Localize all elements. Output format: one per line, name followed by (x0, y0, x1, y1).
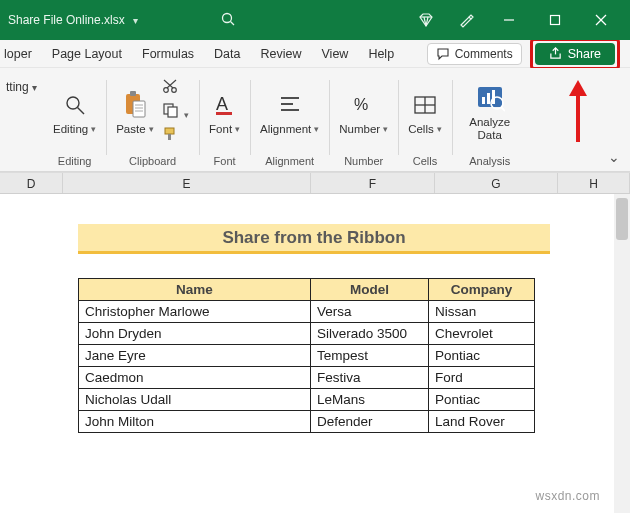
th-model: Model (311, 279, 429, 301)
cell-company[interactable]: Ford (429, 367, 535, 389)
diamond-premium-icon[interactable] (406, 0, 446, 40)
th-name: Name (79, 279, 311, 301)
svg-point-0 (223, 13, 232, 22)
cell-company[interactable]: Chevrolet (429, 323, 535, 345)
title-dropdown-icon[interactable]: ▾ (133, 15, 138, 26)
col-header-f[interactable]: F (311, 173, 435, 193)
cell-model[interactable]: Defender (311, 411, 429, 433)
tab-page-layout[interactable]: Page Layout (50, 43, 124, 65)
copy-icon[interactable]: ▾ (162, 102, 189, 122)
table-row[interactable]: Nicholas UdallLeMansPontiac (79, 389, 535, 411)
alignment-button[interactable]: Alignment ▾ (260, 90, 319, 135)
svg-rect-13 (130, 91, 136, 96)
svg-point-10 (67, 97, 79, 109)
table-row[interactable]: CaedmonFestivaFord (79, 367, 535, 389)
search-icon[interactable] (220, 11, 236, 30)
cell-name[interactable]: John Dryden (79, 323, 311, 345)
coming-soon-icon[interactable] (446, 0, 486, 40)
table-row[interactable]: Christopher MarloweVersaNissan (79, 301, 535, 323)
column-headers: D E F G H (0, 172, 630, 194)
tab-developer[interactable]: loper (2, 43, 34, 65)
table-row[interactable]: Jane EyreTempestPontiac (79, 345, 535, 367)
minimize-button[interactable] (486, 0, 532, 40)
svg-rect-23 (168, 107, 177, 117)
close-button[interactable] (578, 0, 624, 40)
share-button[interactable]: Share (535, 43, 615, 65)
scrollbar-thumb[interactable] (616, 198, 628, 240)
sheet-banner: Share from the Ribbon (78, 224, 550, 254)
editing-icon (60, 90, 90, 120)
cell-model[interactable]: LeMans (311, 389, 429, 411)
cell-name[interactable]: Christopher Marlowe (79, 301, 311, 323)
cell-model[interactable]: Festiva (311, 367, 429, 389)
svg-text:%: % (354, 96, 368, 113)
worksheet-area[interactable]: Share from the Ribbon Name Model Company… (0, 194, 630, 513)
group-label-number: Number (344, 155, 383, 167)
svg-line-1 (231, 21, 235, 25)
group-cells: Cells ▾ Cells (398, 74, 452, 171)
share-highlight: Share (530, 38, 620, 70)
tab-help[interactable]: Help (366, 43, 396, 65)
tab-data[interactable]: Data (212, 43, 242, 65)
number-button[interactable]: % Number ▾ (339, 90, 388, 135)
svg-text:A: A (216, 94, 228, 114)
font-icon: A (210, 90, 240, 120)
cell-company[interactable]: Pontiac (429, 345, 535, 367)
cell-model[interactable]: Tempest (311, 345, 429, 367)
svg-rect-27 (216, 112, 232, 115)
table-header-row: Name Model Company (79, 279, 535, 301)
col-header-d[interactable]: D (0, 173, 63, 193)
table-row[interactable]: John DrydenSilverado 3500Chevrolet (79, 323, 535, 345)
cell-name[interactable]: John Milton (79, 411, 311, 433)
collapse-ribbon-icon[interactable]: ⌄ (608, 149, 620, 165)
tab-view[interactable]: View (320, 43, 351, 65)
cell-model[interactable]: Silverado 3500 (311, 323, 429, 345)
title-bar: Share File Online.xlsx ▾ (0, 0, 630, 40)
svg-point-19 (171, 88, 176, 93)
table-row[interactable]: John MiltonDefenderLand Rover (79, 411, 535, 433)
font-button[interactable]: A Font ▾ (209, 90, 240, 135)
cell-name[interactable]: Caedmon (79, 367, 311, 389)
svg-point-18 (163, 88, 168, 93)
paste-button[interactable]: Paste ▾ (116, 90, 153, 135)
paste-icon (120, 90, 150, 120)
group-font: A Font ▾ Font (199, 74, 250, 171)
tab-formulas[interactable]: Formulas (140, 43, 196, 65)
tab-review[interactable]: Review (259, 43, 304, 65)
vertical-scrollbar[interactable] (614, 194, 630, 513)
watermark: wsxdn.com (535, 489, 600, 503)
editing-button[interactable]: Editing ▾ (53, 90, 96, 135)
truncated-command[interactable]: tting ▾ (2, 76, 41, 94)
group-editing: Editing ▾ Editing (43, 74, 106, 171)
ribbon: tting ▾ Editing ▾ Editing Paste ▾ ▾ (0, 68, 630, 172)
cut-icon[interactable] (162, 78, 189, 98)
group-label-editing: Editing (58, 155, 92, 167)
cell-company[interactable]: Nissan (429, 301, 535, 323)
cell-name[interactable]: Jane Eyre (79, 345, 311, 367)
col-header-g[interactable]: G (435, 173, 558, 193)
cell-company[interactable]: Land Rover (429, 411, 535, 433)
cells-button[interactable]: Cells ▾ (408, 90, 442, 135)
analyze-data-icon (475, 83, 505, 113)
document-title: Share File Online.xlsx (8, 13, 125, 27)
comments-label: Comments (455, 47, 513, 61)
cell-model[interactable]: Versa (311, 301, 429, 323)
cell-name[interactable]: Nicholas Udall (79, 389, 311, 411)
col-header-e[interactable]: E (63, 173, 311, 193)
cell-company[interactable]: Pontiac (429, 389, 535, 411)
group-label-clipboard: Clipboard (129, 155, 176, 167)
svg-line-11 (77, 107, 84, 114)
group-label-analysis: Analysis (469, 155, 510, 167)
maximize-button[interactable] (532, 0, 578, 40)
analyze-data-button[interactable]: Analyze Data (462, 83, 518, 141)
highlight-arrow (569, 80, 587, 142)
comments-button[interactable]: Comments (427, 43, 522, 65)
group-clipboard: Paste ▾ ▾ Clipboard (106, 74, 199, 171)
col-header-h[interactable]: H (558, 173, 630, 193)
format-painter-icon[interactable] (162, 126, 189, 146)
svg-rect-36 (482, 97, 485, 104)
svg-rect-7 (551, 16, 560, 25)
svg-rect-37 (487, 93, 490, 104)
data-table: Name Model Company Christopher MarloweVe… (78, 278, 535, 433)
cells-icon (410, 90, 440, 120)
